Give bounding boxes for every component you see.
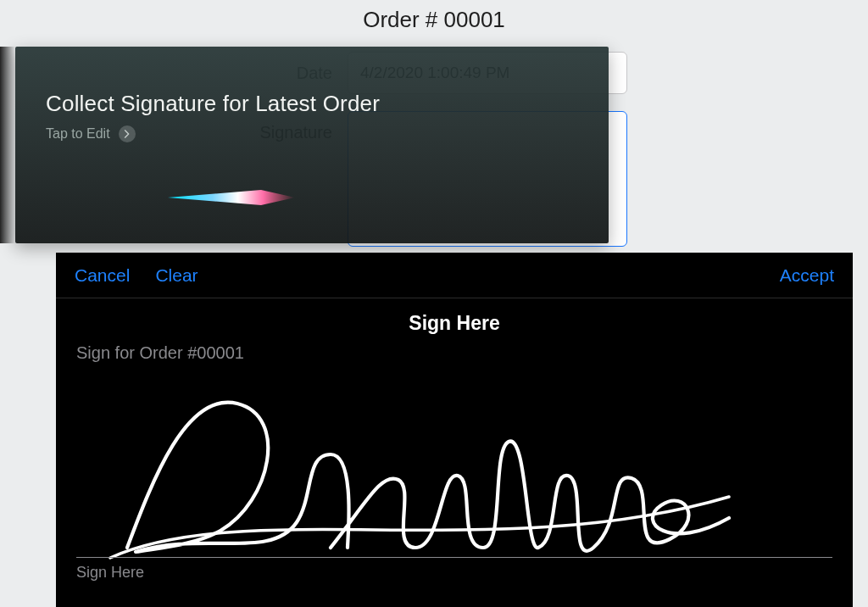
siri-card[interactable]: Collect Signature for Latest Order Tap t… [15, 47, 609, 243]
clear-button[interactable]: Clear [155, 265, 198, 286]
signature-panel: Cancel Clear Accept Sign Here Sign for O… [56, 253, 853, 607]
svg-marker-0 [168, 190, 295, 205]
cancel-button[interactable]: Cancel [75, 265, 130, 286]
edge-shadow [0, 47, 15, 243]
page-title: Order # 00001 [0, 7, 868, 33]
signature-canvas[interactable]: Sign Here [76, 370, 832, 582]
siri-subtitle: Tap to Edit [46, 126, 110, 142]
accept-button[interactable]: Accept [780, 265, 834, 286]
chevron-right-icon [119, 125, 136, 142]
sign-heading: Sign Here [56, 312, 853, 335]
signature-stroke [76, 370, 832, 582]
siri-waveform-icon [168, 187, 439, 208]
siri-subtitle-row[interactable]: Tap to Edit [46, 125, 578, 142]
sign-subheading: Sign for Order #00001 [76, 343, 853, 363]
siri-title: Collect Signature for Latest Order [46, 91, 578, 117]
signature-line-label: Sign Here [76, 564, 144, 582]
signature-baseline [76, 557, 832, 558]
signature-toolbar: Cancel Clear Accept [56, 253, 853, 298]
